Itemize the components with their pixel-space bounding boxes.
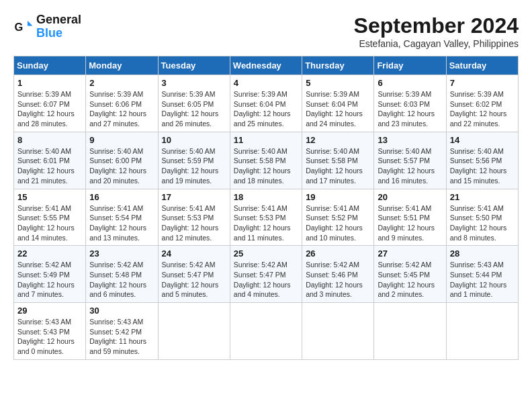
day-number: 15 xyxy=(17,192,82,202)
calendar-cell: 28 Sunrise: 5:43 AM Sunset: 5:44 PM Dayl… xyxy=(446,246,518,303)
calendar-cell xyxy=(374,303,446,360)
location-subtitle: Estefania, Cagayan Valley, Philippines xyxy=(354,38,519,49)
calendar-cell: 16 Sunrise: 5:41 AM Sunset: 5:54 PM Dayl… xyxy=(86,189,158,246)
day-info: Sunrise: 5:42 AM Sunset: 5:45 PM Dayligh… xyxy=(378,260,442,300)
day-info: Sunrise: 5:42 AM Sunset: 5:47 PM Dayligh… xyxy=(162,260,226,300)
page-header: G General Blue September 2024 Estefania,… xyxy=(13,13,519,49)
weekday-header: Saturday xyxy=(446,56,518,75)
day-number: 18 xyxy=(234,192,298,202)
day-info: Sunrise: 5:40 AM Sunset: 5:59 PM Dayligh… xyxy=(162,146,226,186)
weekday-header: Monday xyxy=(86,56,158,75)
day-number: 11 xyxy=(234,135,298,145)
day-number: 25 xyxy=(234,248,298,259)
day-number: 20 xyxy=(378,192,442,202)
calendar-cell: 1 Sunrise: 5:39 AM Sunset: 6:07 PM Dayli… xyxy=(14,75,86,132)
calendar-cell: 13 Sunrise: 5:40 AM Sunset: 5:57 PM Dayl… xyxy=(374,132,446,189)
day-number: 3 xyxy=(162,78,226,88)
logo-icon: G xyxy=(13,17,34,37)
calendar-cell: 17 Sunrise: 5:41 AM Sunset: 5:53 PM Dayl… xyxy=(158,189,230,246)
calendar-week-row: 22 Sunrise: 5:42 AM Sunset: 5:49 PM Dayl… xyxy=(14,246,519,303)
day-info: Sunrise: 5:39 AM Sunset: 6:04 PM Dayligh… xyxy=(234,89,298,129)
calendar-cell: 21 Sunrise: 5:41 AM Sunset: 5:50 PM Dayl… xyxy=(446,189,518,246)
day-number: 9 xyxy=(89,135,154,145)
day-number: 26 xyxy=(306,248,370,259)
svg-text:G: G xyxy=(15,21,24,33)
title-block: September 2024 Estefania, Cagayan Valley… xyxy=(354,13,519,49)
day-info: Sunrise: 5:42 AM Sunset: 5:48 PM Dayligh… xyxy=(89,260,154,300)
calendar-cell: 8 Sunrise: 5:40 AM Sunset: 6:01 PM Dayli… xyxy=(14,132,86,189)
day-number: 7 xyxy=(450,78,515,88)
day-info: Sunrise: 5:43 AM Sunset: 5:42 PM Dayligh… xyxy=(89,317,154,357)
day-number: 16 xyxy=(89,192,154,202)
day-info: Sunrise: 5:42 AM Sunset: 5:47 PM Dayligh… xyxy=(234,260,298,300)
day-info: Sunrise: 5:39 AM Sunset: 6:05 PM Dayligh… xyxy=(162,89,226,129)
calendar-cell: 2 Sunrise: 5:39 AM Sunset: 6:06 PM Dayli… xyxy=(86,75,158,132)
calendar-cell: 25 Sunrise: 5:42 AM Sunset: 5:47 PM Dayl… xyxy=(230,246,302,303)
day-info: Sunrise: 5:41 AM Sunset: 5:50 PM Dayligh… xyxy=(450,203,515,243)
day-number: 4 xyxy=(234,78,298,88)
weekday-header: Thursday xyxy=(302,56,374,75)
day-info: Sunrise: 5:42 AM Sunset: 5:46 PM Dayligh… xyxy=(306,260,370,300)
logo-text: General Blue xyxy=(36,13,81,40)
day-number: 13 xyxy=(378,135,442,145)
calendar-cell: 22 Sunrise: 5:42 AM Sunset: 5:49 PM Dayl… xyxy=(14,246,86,303)
day-info: Sunrise: 5:40 AM Sunset: 5:58 PM Dayligh… xyxy=(306,146,370,186)
day-number: 14 xyxy=(450,135,515,145)
calendar-week-row: 15 Sunrise: 5:41 AM Sunset: 5:55 PM Dayl… xyxy=(14,189,519,246)
calendar-table: SundayMondayTuesdayWednesdayThursdayFrid… xyxy=(13,56,519,360)
day-info: Sunrise: 5:39 AM Sunset: 6:02 PM Dayligh… xyxy=(450,89,515,129)
day-number: 19 xyxy=(306,192,370,202)
calendar-cell: 23 Sunrise: 5:42 AM Sunset: 5:48 PM Dayl… xyxy=(86,246,158,303)
day-number: 30 xyxy=(89,306,154,316)
day-number: 22 xyxy=(17,248,82,259)
day-number: 23 xyxy=(89,248,154,259)
calendar-cell: 26 Sunrise: 5:42 AM Sunset: 5:46 PM Dayl… xyxy=(302,246,374,303)
svg-marker-1 xyxy=(28,21,33,26)
day-info: Sunrise: 5:40 AM Sunset: 5:58 PM Dayligh… xyxy=(234,146,298,186)
day-number: 6 xyxy=(378,78,442,88)
calendar-cell: 6 Sunrise: 5:39 AM Sunset: 6:03 PM Dayli… xyxy=(374,75,446,132)
day-number: 12 xyxy=(306,135,370,145)
day-info: Sunrise: 5:41 AM Sunset: 5:55 PM Dayligh… xyxy=(17,203,82,243)
month-title: September 2024 xyxy=(354,13,519,38)
calendar-cell: 27 Sunrise: 5:42 AM Sunset: 5:45 PM Dayl… xyxy=(374,246,446,303)
calendar-cell: 11 Sunrise: 5:40 AM Sunset: 5:58 PM Dayl… xyxy=(230,132,302,189)
day-info: Sunrise: 5:40 AM Sunset: 5:57 PM Dayligh… xyxy=(378,146,442,186)
day-number: 5 xyxy=(306,78,370,88)
day-number: 29 xyxy=(17,306,82,316)
weekday-header: Wednesday xyxy=(230,56,302,75)
day-info: Sunrise: 5:41 AM Sunset: 5:52 PM Dayligh… xyxy=(306,203,370,243)
day-number: 1 xyxy=(17,78,82,88)
calendar-week-row: 8 Sunrise: 5:40 AM Sunset: 6:01 PM Dayli… xyxy=(14,132,519,189)
calendar-cell xyxy=(302,303,374,360)
day-info: Sunrise: 5:41 AM Sunset: 5:51 PM Dayligh… xyxy=(378,203,442,243)
calendar-cell: 4 Sunrise: 5:39 AM Sunset: 6:04 PM Dayli… xyxy=(230,75,302,132)
calendar-cell: 14 Sunrise: 5:40 AM Sunset: 5:56 PM Dayl… xyxy=(446,132,518,189)
day-number: 2 xyxy=(89,78,154,88)
day-info: Sunrise: 5:41 AM Sunset: 5:53 PM Dayligh… xyxy=(234,203,298,243)
calendar-cell: 9 Sunrise: 5:40 AM Sunset: 6:00 PM Dayli… xyxy=(86,132,158,189)
calendar-week-row: 29 Sunrise: 5:43 AM Sunset: 5:43 PM Dayl… xyxy=(14,303,519,360)
calendar-week-row: 1 Sunrise: 5:39 AM Sunset: 6:07 PM Dayli… xyxy=(14,75,519,132)
day-number: 21 xyxy=(450,192,515,202)
day-number: 28 xyxy=(450,248,515,259)
day-number: 10 xyxy=(162,135,226,145)
calendar-cell: 30 Sunrise: 5:43 AM Sunset: 5:42 PM Dayl… xyxy=(86,303,158,360)
day-info: Sunrise: 5:42 AM Sunset: 5:49 PM Dayligh… xyxy=(17,260,82,300)
calendar-header-row: SundayMondayTuesdayWednesdayThursdayFrid… xyxy=(14,56,519,75)
calendar-cell: 5 Sunrise: 5:39 AM Sunset: 6:04 PM Dayli… xyxy=(302,75,374,132)
calendar-cell: 29 Sunrise: 5:43 AM Sunset: 5:43 PM Dayl… xyxy=(14,303,86,360)
weekday-header: Friday xyxy=(374,56,446,75)
day-info: Sunrise: 5:41 AM Sunset: 5:54 PM Dayligh… xyxy=(89,203,154,243)
day-info: Sunrise: 5:39 AM Sunset: 6:07 PM Dayligh… xyxy=(17,89,82,129)
calendar-cell: 24 Sunrise: 5:42 AM Sunset: 5:47 PM Dayl… xyxy=(158,246,230,303)
day-info: Sunrise: 5:39 AM Sunset: 6:06 PM Dayligh… xyxy=(89,89,154,129)
day-info: Sunrise: 5:43 AM Sunset: 5:43 PM Dayligh… xyxy=(17,317,82,357)
day-info: Sunrise: 5:40 AM Sunset: 6:01 PM Dayligh… xyxy=(17,146,82,186)
calendar-cell: 7 Sunrise: 5:39 AM Sunset: 6:02 PM Dayli… xyxy=(446,75,518,132)
day-number: 24 xyxy=(162,248,226,259)
logo: G General Blue xyxy=(13,13,81,40)
day-number: 17 xyxy=(162,192,226,202)
day-number: 27 xyxy=(378,248,442,259)
weekday-header: Sunday xyxy=(14,56,86,75)
